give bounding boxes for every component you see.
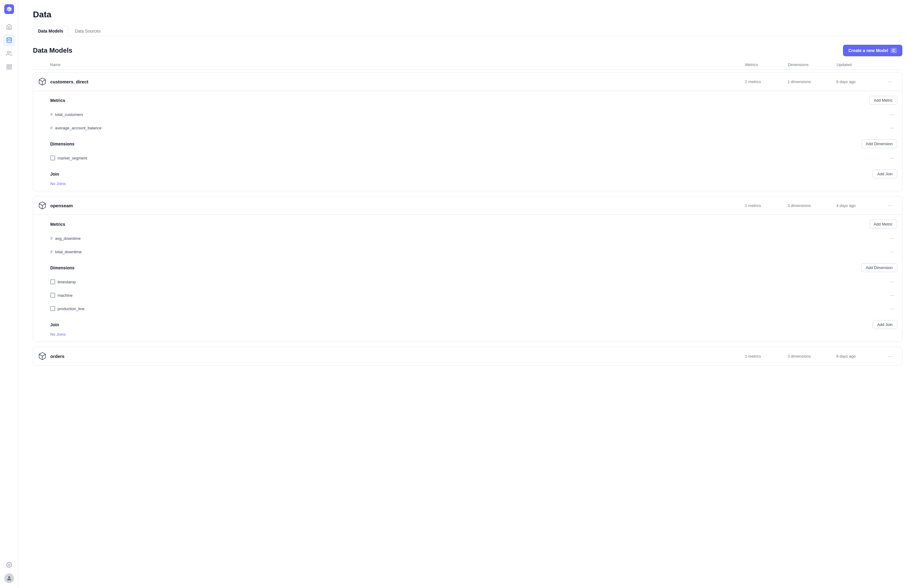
model-updated: 9 days ago <box>836 354 885 359</box>
section-header: Data Models Create a new Model C <box>33 45 902 56</box>
add-dimension-button[interactable]: Add Dimension <box>861 139 897 148</box>
model-dimensions-count: 1 dimensions <box>787 79 836 84</box>
dimensions-section: Dimensions Add Dimension market_segment … <box>50 139 897 165</box>
user-avatar[interactable] <box>3 572 15 584</box>
sidebar-item-home[interactable] <box>3 21 15 33</box>
metric-more-button[interactable]: ··· <box>888 110 897 119</box>
model-row-openseam[interactable]: openseam 2 metrics 3 dimensions 4 days a… <box>33 196 902 215</box>
model-cube-icon <box>38 352 47 360</box>
add-dimension-button[interactable]: Add Dimension <box>861 263 897 272</box>
model-metrics-count: 2 metrics <box>745 79 787 84</box>
hash-icon: # <box>50 249 53 254</box>
svg-point-2 <box>7 52 10 53</box>
model-dimensions-count: 3 dimensions <box>787 203 836 208</box>
dimension-item-market-segment: market_segment ··· <box>50 151 897 165</box>
tab-bar: Data Models Data Sources <box>33 26 902 36</box>
svg-point-1 <box>7 38 11 39</box>
dimensions-header: Dimensions Add Dimension <box>50 139 897 148</box>
model-name: customers_direct <box>50 79 88 84</box>
dimension-more-button[interactable]: ··· <box>888 304 897 313</box>
hash-icon: # <box>50 125 53 130</box>
model-name-cell: openseam <box>38 201 745 210</box>
dimension-name: market_segment <box>58 156 87 160</box>
join-header: Join Add Join <box>50 170 897 178</box>
model-updated: 6 days ago <box>836 79 885 84</box>
add-join-button[interactable]: Add Join <box>873 320 897 329</box>
model-card-orders: orders 1 metrics 3 dimensions 9 days ago… <box>33 347 902 365</box>
model-metrics-count: 2 metrics <box>745 203 787 208</box>
create-model-kbd: C <box>891 48 897 53</box>
dimensions-header: Dimensions Add Dimension <box>50 263 897 272</box>
metrics-header: Metrics Add Metric <box>50 96 897 105</box>
model-dimensions-count: 3 dimensions <box>787 354 836 359</box>
dimension-item-machine: machine ··· <box>50 289 897 302</box>
dimensions-title: Dimensions <box>50 142 75 146</box>
add-metric-button[interactable]: Add Metric <box>869 220 897 229</box>
dimension-icon <box>50 279 55 284</box>
create-model-label: Create a new Model <box>849 48 888 53</box>
col-metrics: Metrics <box>745 62 788 67</box>
dimension-icon <box>50 155 55 160</box>
tab-data-models[interactable]: Data Models <box>33 26 68 36</box>
dimensions-title: Dimensions <box>50 265 75 270</box>
sidebar-item-settings[interactable] <box>3 559 15 571</box>
dimension-more-button[interactable]: ··· <box>888 290 897 300</box>
expanded-content-customers-direct: Metrics Add Metric # total_customers ···… <box>33 91 902 191</box>
create-model-button[interactable]: Create a new Model C <box>843 45 902 56</box>
metric-name: total_customers <box>55 112 83 117</box>
metrics-section: Metrics Add Metric # avg_downtime ··· # … <box>50 220 897 258</box>
model-cube-icon <box>38 201 47 210</box>
metrics-header: Metrics Add Metric <box>50 220 897 229</box>
metric-more-button[interactable]: ··· <box>888 247 897 257</box>
tab-data-sources[interactable]: Data Sources <box>70 26 106 36</box>
metrics-title: Metrics <box>50 98 65 103</box>
metric-name: avg_downtime <box>55 236 81 241</box>
model-card-customers-direct: customers_direct 2 metrics 1 dimensions … <box>33 72 902 191</box>
dimension-more-button[interactable]: ··· <box>888 153 897 163</box>
model-more-button[interactable]: ··· <box>885 200 895 210</box>
col-actions <box>885 62 898 67</box>
dimensions-section: Dimensions Add Dimension timestamp ··· m… <box>50 263 897 315</box>
svg-rect-6 <box>10 68 11 69</box>
dimension-name: machine <box>58 293 73 298</box>
hash-icon: # <box>50 236 53 241</box>
model-card-openseam: openseam 2 metrics 3 dimensions 4 days a… <box>33 196 902 342</box>
section-title: Data Models <box>33 47 73 55</box>
expanded-content-openseam: Metrics Add Metric # avg_downtime ··· # … <box>33 215 902 341</box>
model-more-button[interactable]: ··· <box>885 77 895 86</box>
metric-name: total_downtime <box>55 250 82 254</box>
sidebar-item-data[interactable] <box>3 34 15 46</box>
model-name-cell: orders <box>38 352 745 360</box>
join-section: Join Add Join No Joins <box>50 170 897 186</box>
add-join-button[interactable]: Add Join <box>873 170 897 178</box>
model-name: orders <box>50 354 65 359</box>
dimension-icon <box>50 293 55 298</box>
model-more-button[interactable]: ··· <box>885 351 895 361</box>
app-logo <box>4 4 15 15</box>
add-metric-button[interactable]: Add Metric <box>869 96 897 105</box>
svg-rect-3 <box>7 65 8 67</box>
no-joins: No Joins <box>50 332 897 337</box>
dimension-item-timestamp: timestamp ··· <box>50 275 897 289</box>
dimension-icon <box>50 306 55 311</box>
metric-name: average_account_balance <box>55 126 102 130</box>
dimension-more-button[interactable]: ··· <box>888 277 897 287</box>
sidebar <box>0 0 18 588</box>
svg-rect-4 <box>10 65 11 67</box>
model-row-customers-direct[interactable]: customers_direct 2 metrics 1 dimensions … <box>33 73 902 91</box>
dimension-item-production-line: production_line ··· <box>50 302 897 315</box>
sidebar-item-grid[interactable] <box>3 61 15 73</box>
metric-more-button[interactable]: ··· <box>888 123 897 133</box>
metrics-section: Metrics Add Metric # total_customers ···… <box>50 96 897 134</box>
model-metrics-count: 1 metrics <box>745 354 787 359</box>
metric-item-average-balance: # average_account_balance ··· <box>50 121 897 134</box>
model-row-orders[interactable]: orders 1 metrics 3 dimensions 9 days ago… <box>33 347 902 365</box>
avatar <box>4 573 14 583</box>
hash-icon: # <box>50 112 53 117</box>
main-content: Data Data Models Data Sources Data Model… <box>18 0 917 588</box>
col-dimensions: Dimensions <box>788 62 837 67</box>
no-joins: No Joins <box>50 181 897 186</box>
sidebar-item-users[interactable] <box>3 47 15 60</box>
metric-more-button[interactable]: ··· <box>888 233 897 243</box>
join-header: Join Add Join <box>50 320 897 329</box>
